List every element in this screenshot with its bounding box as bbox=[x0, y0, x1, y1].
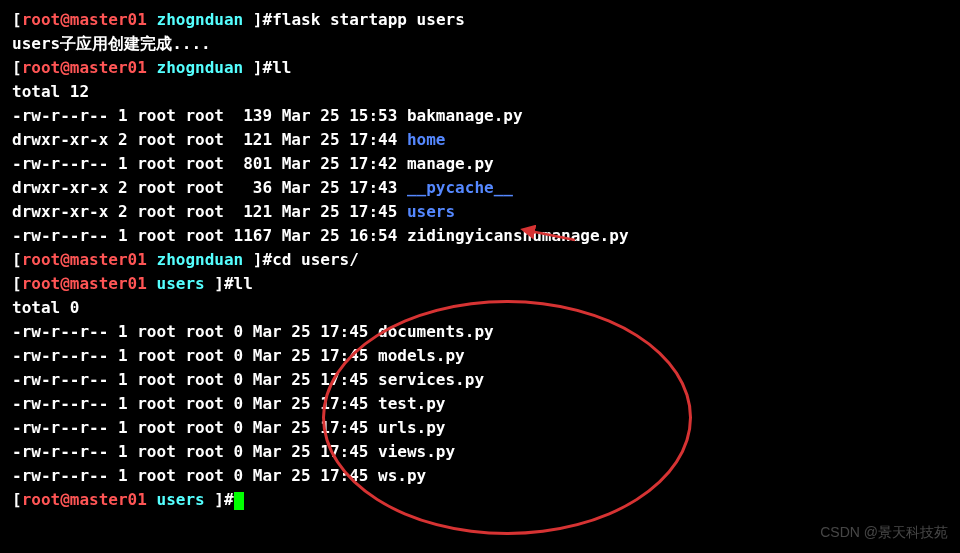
file-row: -rw-r--r-- 1 root root 1167 Mar 25 16:54… bbox=[12, 224, 948, 248]
file-name: test.py bbox=[378, 394, 445, 413]
file-name: home bbox=[407, 130, 446, 149]
prompt-host: master01 bbox=[70, 10, 147, 29]
prompt-host: master01 bbox=[70, 274, 147, 293]
prompt-dir: users bbox=[157, 274, 205, 293]
prompt-host: master01 bbox=[70, 58, 147, 77]
terminal-output: [root@master01 zhognduan ]#flask startap… bbox=[12, 8, 948, 512]
total-line: total 0 bbox=[12, 296, 948, 320]
command-text: ll bbox=[272, 58, 291, 77]
file-name: documents.py bbox=[378, 322, 494, 341]
prompt-line: [root@master01 users ]#ll bbox=[12, 272, 948, 296]
file-name: users bbox=[407, 202, 455, 221]
file-name: views.py bbox=[378, 442, 455, 461]
prompt-line: [root@master01 zhognduan ]#ll bbox=[12, 56, 948, 80]
prompt-host: master01 bbox=[70, 490, 147, 509]
prompt-line[interactable]: [root@master01 users ]# bbox=[12, 488, 948, 512]
file-row: -rw-r--r-- 1 root root 0 Mar 25 17:45 se… bbox=[12, 368, 948, 392]
file-name: services.py bbox=[378, 370, 484, 389]
watermark: CSDN @景天科技苑 bbox=[820, 522, 948, 543]
prompt-user: root bbox=[22, 10, 61, 29]
file-name: models.py bbox=[378, 346, 465, 365]
prompt-dir: zhognduan bbox=[157, 10, 244, 29]
file-row: drwxr-xr-x 2 root root 121 Mar 25 17:45 … bbox=[12, 200, 948, 224]
file-row: drwxr-xr-x 2 root root 36 Mar 25 17:43 _… bbox=[12, 176, 948, 200]
prompt-line: [root@master01 zhognduan ]#flask startap… bbox=[12, 8, 948, 32]
file-listing: -rw-r--r-- 1 root root 139 Mar 25 15:53 … bbox=[12, 104, 948, 248]
file-row: -rw-r--r-- 1 root root 0 Mar 25 17:45 vi… bbox=[12, 440, 948, 464]
file-name: manage.py bbox=[407, 154, 494, 173]
prompt-dir: zhognduan bbox=[157, 58, 244, 77]
file-row: -rw-r--r-- 1 root root 0 Mar 25 17:45 te… bbox=[12, 392, 948, 416]
file-name: zidingyicanshumanage.py bbox=[407, 226, 629, 245]
file-row: -rw-r--r-- 1 root root 0 Mar 25 17:45 ur… bbox=[12, 416, 948, 440]
file-row: -rw-r--r-- 1 root root 0 Mar 25 17:45 mo… bbox=[12, 344, 948, 368]
total-line: total 12 bbox=[12, 80, 948, 104]
file-name: __pycache__ bbox=[407, 178, 513, 197]
file-name: bakmanage.py bbox=[407, 106, 523, 125]
prompt-user: root bbox=[22, 490, 61, 509]
file-row: drwxr-xr-x 2 root root 121 Mar 25 17:44 … bbox=[12, 128, 948, 152]
prompt-user: root bbox=[22, 58, 61, 77]
output-line: users子应用创建完成.... bbox=[12, 32, 948, 56]
file-row: -rw-r--r-- 1 root root 139 Mar 25 15:53 … bbox=[12, 104, 948, 128]
prompt-user: root bbox=[22, 250, 61, 269]
file-name: ws.py bbox=[378, 466, 426, 485]
command-text: ll bbox=[234, 274, 253, 293]
file-row: -rw-r--r-- 1 root root 0 Mar 25 17:45 ws… bbox=[12, 464, 948, 488]
file-row: -rw-r--r-- 1 root root 0 Mar 25 17:45 do… bbox=[12, 320, 948, 344]
prompt-user: root bbox=[22, 274, 61, 293]
file-name: urls.py bbox=[378, 418, 445, 437]
command-text: flask startapp users bbox=[272, 10, 465, 29]
prompt-dir: zhognduan bbox=[157, 250, 244, 269]
prompt-host: master01 bbox=[70, 250, 147, 269]
file-row: -rw-r--r-- 1 root root 801 Mar 25 17:42 … bbox=[12, 152, 948, 176]
prompt-dir: users bbox=[157, 490, 205, 509]
command-text: cd users/ bbox=[272, 250, 359, 269]
cursor bbox=[234, 492, 244, 510]
prompt-line: [root@master01 zhognduan ]#cd users/ bbox=[12, 248, 948, 272]
file-listing: -rw-r--r-- 1 root root 0 Mar 25 17:45 do… bbox=[12, 320, 948, 488]
